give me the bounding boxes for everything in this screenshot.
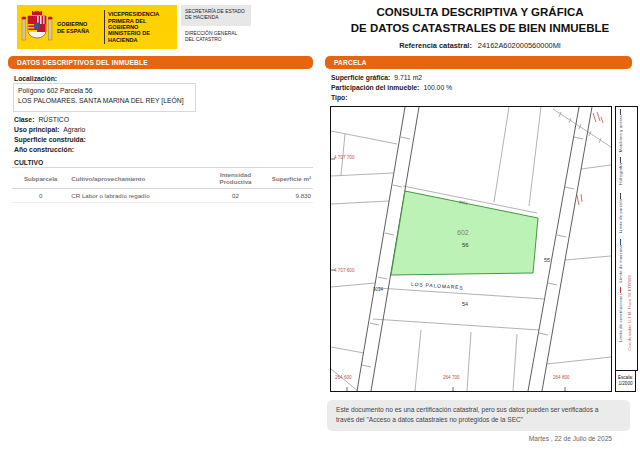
page-title-line1: CONSULTA DESCRIPTIVA Y GRÁFICA — [330, 6, 630, 18]
field-tipo: Tipo: — [331, 94, 352, 101]
grid-ticks — [331, 159, 565, 391]
vicepresidencia-label: VICEPRESIDENCIA PRIMERA DEL GOBIERNO — [108, 11, 174, 31]
secretaria-label: SECRETARÍA DE ESTADO DE HACIENDA — [181, 5, 245, 21]
gobierno-label: GOBIERNO DE ESPAÑA — [57, 21, 105, 34]
ministerio-label: MINISTERIO DE HACIENDA — [108, 30, 174, 43]
cell-cultivo: CR Labor o labradío regadío — [69, 189, 203, 203]
neighbor-55-label: 55 — [544, 257, 550, 263]
cultivo-header-row: Subparcela Cultivo/aprovechamiento Inten… — [12, 168, 313, 189]
coord-left-top: 4 707 700 — [334, 155, 355, 160]
col-superficie: Superficie m² — [268, 168, 313, 189]
scale-label: Escala: — [616, 375, 635, 381]
col-cultivo: Cultivo/aprovechamiento — [69, 168, 203, 189]
disclaimer-line2: través del "Acceso a datos catastrales n… — [336, 415, 621, 425]
field-clase: Clase:RÚSTICO — [14, 116, 69, 123]
field-uso-principal: Uso principal:Agrario — [14, 126, 85, 133]
localizacion-line2: LOS PALOMARES. SANTA MARINA DEL REY [LEÓ… — [18, 97, 184, 104]
spain-coat-of-arms-icon — [20, 8, 54, 46]
cell-intensidad: 02 — [203, 189, 267, 203]
scale-value: 1/2000 — [616, 381, 635, 387]
cultivo-data-row: 0 CR Labor o labradío regadío 02 9.830 — [12, 189, 313, 203]
page-title-line2: DE DATOS CATASTRALES DE BIEN INMUEBLE — [330, 22, 630, 34]
legend-item-4: Límite de manzana — [618, 245, 623, 282]
cadastral-map-svg: 602 56 55 54 9034 9033 LOS PALOMARES 4 7… — [331, 107, 611, 391]
localizacion-label: Localización: — [14, 75, 57, 82]
field-participacion: Participación del inmueble:100.00 % — [331, 84, 452, 91]
coord-left-mid: 4 707 600 — [334, 268, 355, 273]
logo-divider — [104, 10, 105, 44]
section-bar-datos-descriptivos: DATOS DESCRIPTIVOS DEL INMUEBLE — [8, 56, 313, 69]
coord-bottom-1: 264 600 — [335, 375, 352, 380]
legend-item-5: Límite de construcciones — [618, 293, 623, 342]
street-name-label: LOS PALOMARES — [411, 281, 464, 291]
map-scale: Escala: 1/2000 — [615, 371, 636, 392]
legend-item-1: Mobiliario y aceras — [618, 115, 623, 152]
cell-superficie: 9.830 — [268, 189, 313, 203]
ref-label: Referencia catastral: — [399, 41, 472, 50]
field-superficie-construida: Superficie construida: — [14, 136, 90, 143]
cadastral-map: 602 56 55 54 9034 9033 LOS PALOMARES 4 7… — [330, 106, 612, 392]
map-legend: Mobiliario y aceras Hidrografía Límite d… — [615, 106, 638, 371]
col-intensidad: Intensidad Productiva — [203, 168, 267, 189]
localizacion-line1: Polígono 602 Parcela 56 — [18, 87, 92, 94]
cadastral-reference: Referencia catastral:24162A602000560000M… — [330, 41, 630, 50]
legend-item-2: Hidrografía — [618, 163, 623, 185]
legend-item-3: Límite de parcela — [618, 199, 623, 233]
parcel-sub-label: 56 — [462, 242, 469, 248]
disclaimer-line1: Este documento no es una certificación c… — [336, 405, 621, 415]
field-anio-construccion: Año construcción: — [14, 146, 78, 153]
disclaimer-box: Este documento no es una certificación c… — [327, 400, 630, 431]
red-annotation-marks — [577, 112, 603, 205]
parcel-number-label: 602 — [457, 229, 469, 236]
direccion-label: DIRECCIÓN GENERAL DEL CATASTRO — [185, 31, 247, 43]
cultivo-table: Subparcela Cultivo/aprovechamiento Inten… — [12, 167, 313, 203]
coord-bottom-3: 264 800 — [553, 375, 570, 380]
cultivo-title: CULTIVO — [14, 159, 43, 166]
section-bar-parcela: PARCELA — [325, 56, 632, 69]
cell-subparcela: 0 — [12, 189, 69, 203]
coord-bottom-2: 264 700 — [443, 375, 460, 380]
utm-note: Coordenadas U.T.M. Huso 30 ETRS89 — [627, 275, 632, 351]
secretaria-box: SECRETARÍA DE ESTADO DE HACIENDA — [181, 5, 251, 26]
col-subparcela: Subparcela — [12, 168, 69, 189]
document-date: Martes , 22 de Julio de 2025 — [330, 435, 612, 442]
field-superficie-grafica: Superficie gráfica:9.711 m2 — [331, 74, 422, 81]
ref-value: 24162A602000560000MI — [478, 41, 561, 50]
neighbor-54-label: 54 — [462, 301, 468, 307]
road-number-label: 9034 — [373, 287, 384, 292]
